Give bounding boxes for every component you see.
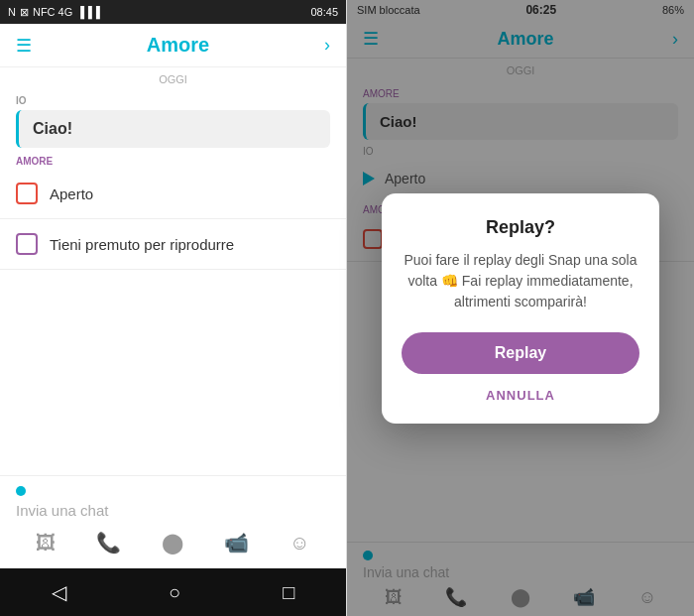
aperto-option[interactable]: Aperto — [0, 169, 346, 219]
modal-title: Replay? — [402, 217, 639, 238]
left-header: ☰ Amore › — [0, 24, 346, 67]
phone-icon[interactable]: 📞 — [96, 531, 121, 554]
invia-input[interactable]: Invia una chat — [16, 502, 330, 519]
ciao-message: Ciao! — [16, 110, 330, 148]
amore-sender-label: AMORE — [0, 150, 346, 169]
status-right: 08:45 — [310, 6, 338, 18]
signal-text: NFC 4G — [33, 6, 72, 18]
wifi-icon: ⊠ — [20, 6, 29, 19]
back-nav-icon[interactable]: ◁ — [52, 580, 66, 604]
image-icon[interactable]: 🖼 — [36, 532, 56, 554]
tieni-label: Tieni premuto per riprodurre — [50, 236, 234, 253]
amore-group: AMORE Aperto Tieni premuto per riprodurr… — [0, 150, 346, 270]
io-message-group: IO Ciao! — [0, 91, 346, 148]
bottom-icons: 🖼 📞 ⬤ 📹 ☺ — [16, 527, 330, 558]
android-status-bar: N ⊠ NFC 4G ▐▐▐ 08:45 — [0, 0, 346, 24]
replay-modal: Replay? Puoi fare il replay degli Snap u… — [382, 193, 659, 424]
left-panel: N ⊠ NFC 4G ▐▐▐ 08:45 ☰ Amore › OGGI IO C… — [0, 0, 347, 616]
aperto-label: Aperto — [50, 185, 93, 202]
modal-body: Puoi fare il replay degli Snap una sola … — [402, 250, 639, 312]
chevron-right-icon[interactable]: › — [324, 35, 330, 56]
signal-bars: ▐▐▐ — [76, 6, 99, 18]
oggi-label: OGGI — [0, 67, 346, 91]
camera-circle-icon[interactable]: ⬤ — [162, 531, 183, 554]
time-display: 08:45 — [310, 6, 338, 18]
menu-icon[interactable]: ☰ — [16, 35, 32, 57]
replay-button[interactable]: Replay — [402, 332, 639, 374]
home-nav-icon[interactable]: ○ — [169, 581, 180, 604]
message-section: IO Ciao! AMORE Aperto Tieni premuto per … — [0, 91, 346, 475]
io-sender-label: IO — [0, 91, 346, 108]
android-nav-bar: ◁ ○ □ — [0, 568, 346, 616]
right-panel: SIM bloccata 06:25 86% ☰ Amore › OGGI AM… — [347, 0, 694, 616]
checkbox-red — [16, 183, 38, 204]
tieni-option[interactable]: Tieni premuto per riprodurre — [0, 219, 346, 270]
modal-overlay: Replay? Puoi fare il replay degli Snap u… — [347, 0, 694, 616]
video-icon[interactable]: 📹 — [224, 531, 249, 554]
left-bottom-section: Invia una chat 🖼 📞 ⬤ 📹 ☺ — [0, 475, 346, 568]
checkbox-purple — [16, 233, 38, 255]
nfc-icon: N — [8, 6, 16, 18]
emoji-icon[interactable]: ☺ — [289, 532, 309, 554]
blue-dot — [16, 486, 26, 496]
status-left: N ⊠ NFC 4G ▐▐▐ — [8, 6, 100, 19]
recents-nav-icon[interactable]: □ — [283, 581, 294, 604]
annulla-button[interactable]: ANNULLA — [486, 388, 555, 403]
chat-title: Amore — [32, 34, 324, 57]
